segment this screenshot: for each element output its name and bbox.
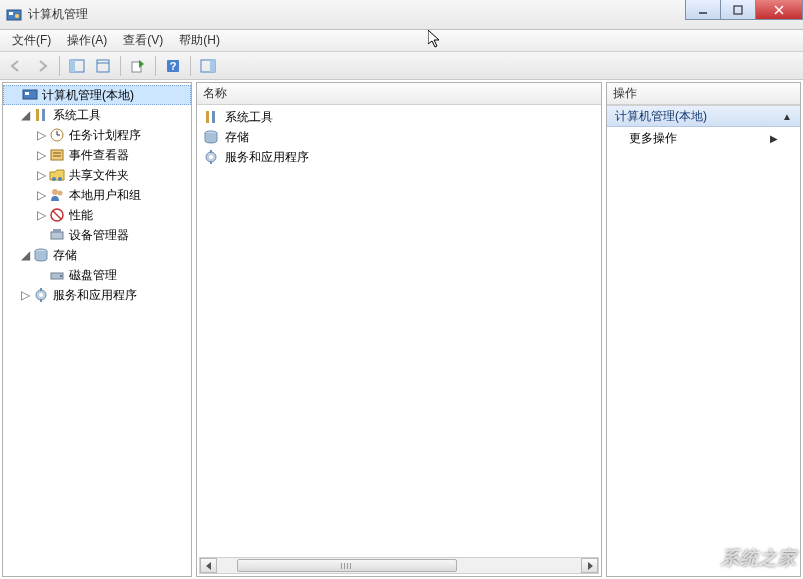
tree-node-task-scheduler[interactable]: ▷ 任务计划程序	[3, 125, 191, 145]
expander-open-icon[interactable]: ◢	[19, 249, 31, 261]
svg-rect-23	[51, 150, 63, 160]
menu-action[interactable]: 操作(A)	[59, 29, 115, 52]
list-item-label: 系统工具	[225, 109, 273, 126]
tree-label: 事件查看器	[69, 147, 129, 164]
tree-node-event-viewer[interactable]: ▷ 事件查看器	[3, 145, 191, 165]
actions-header-label: 操作	[613, 85, 637, 102]
submenu-arrow-icon: ▶	[770, 133, 778, 144]
tree-node-storage[interactable]: ◢ 存储	[3, 245, 191, 265]
menu-file[interactable]: 文件(F)	[4, 29, 59, 52]
tree-label: 设备管理器	[69, 227, 129, 244]
scroll-track[interactable]	[217, 558, 581, 573]
back-button[interactable]	[4, 54, 28, 78]
system-tools-icon	[33, 107, 49, 123]
list-view[interactable]: 系统工具 存储 服务和应用程序	[197, 105, 601, 576]
svg-point-2	[15, 14, 19, 18]
minimize-button[interactable]	[685, 0, 721, 20]
tree-label: 存储	[53, 247, 77, 264]
system-tools-icon	[203, 109, 219, 125]
body: 计算机管理(本地) ◢ 系统工具 ▷ 任务计划程序 ▷ 事件查看器	[0, 80, 803, 579]
close-button[interactable]	[755, 0, 803, 20]
svg-rect-15	[210, 60, 215, 72]
tree-label: 共享文件夹	[69, 167, 129, 184]
collapse-icon[interactable]: ▲	[782, 111, 792, 122]
tree-label: 本地用户和组	[69, 187, 141, 204]
expander-open-icon[interactable]: ◢	[19, 109, 31, 121]
svg-rect-18	[36, 109, 39, 121]
show-hide-tree-button[interactable]	[65, 54, 89, 78]
expander-closed-icon[interactable]: ▷	[19, 289, 31, 301]
scroll-right-button[interactable]	[581, 558, 598, 573]
svg-point-28	[52, 189, 58, 195]
svg-rect-46	[210, 150, 212, 153]
toolbar-separator	[155, 56, 156, 76]
menu-view[interactable]: 查看(V)	[115, 29, 171, 52]
export-button[interactable]	[126, 54, 150, 78]
svg-rect-4	[734, 6, 742, 14]
svg-rect-39	[40, 288, 42, 291]
services-icon	[203, 149, 219, 165]
svg-point-45	[209, 155, 213, 159]
svg-rect-32	[51, 232, 63, 239]
expander-closed-icon[interactable]: ▷	[35, 209, 47, 221]
app-icon	[6, 7, 22, 23]
expander-closed-icon[interactable]: ▷	[35, 189, 47, 201]
tree-label: 性能	[69, 207, 93, 224]
performance-icon	[49, 207, 65, 223]
tree-label: 计算机管理(本地)	[42, 87, 134, 104]
tree-view[interactable]: 计算机管理(本地) ◢ 系统工具 ▷ 任务计划程序 ▷ 事件查看器	[3, 83, 191, 576]
tree-panel: 计算机管理(本地) ◢ 系统工具 ▷ 任务计划程序 ▷ 事件查看器	[2, 82, 192, 577]
tree-node-root[interactable]: 计算机管理(本地)	[3, 85, 191, 105]
shared-folders-icon	[49, 167, 65, 183]
maximize-button[interactable]	[720, 0, 756, 20]
menu-help[interactable]: 帮助(H)	[171, 29, 228, 52]
forward-button[interactable]	[30, 54, 54, 78]
help-button[interactable]: ?	[161, 54, 185, 78]
list-item-system-tools[interactable]: 系统工具	[197, 107, 601, 127]
toolbar-separator	[190, 56, 191, 76]
svg-rect-19	[42, 109, 45, 121]
actions-header: 操作	[607, 83, 800, 105]
services-icon	[33, 287, 49, 303]
tree-node-system-tools[interactable]: ◢ 系统工具	[3, 105, 191, 125]
svg-rect-33	[53, 229, 61, 232]
list-item-storage[interactable]: 存储	[197, 127, 601, 147]
device-manager-icon	[49, 227, 65, 243]
tree-node-device-manager[interactable]: ▷ 设备管理器	[3, 225, 191, 245]
actions-more-label: 更多操作	[629, 130, 677, 147]
svg-rect-8	[70, 60, 75, 72]
actions-more-item[interactable]: 更多操作 ▶	[607, 127, 800, 149]
expander-closed-icon[interactable]: ▷	[35, 169, 47, 181]
scroll-left-button[interactable]	[200, 558, 217, 573]
column-header-name[interactable]: 名称	[197, 83, 601, 105]
actions-body: 计算机管理(本地) ▲ 更多操作 ▶	[607, 105, 800, 576]
titlebar: 计算机管理	[0, 0, 803, 30]
actions-context-row[interactable]: 计算机管理(本地) ▲	[607, 105, 800, 127]
svg-rect-42	[212, 111, 215, 123]
center-panel: 名称 系统工具 存储 服务和应用程序	[196, 82, 602, 577]
svg-text:?: ?	[170, 60, 177, 72]
tree-node-local-users[interactable]: ▷ 本地用户和组	[3, 185, 191, 205]
scroll-thumb[interactable]	[237, 559, 457, 572]
svg-point-36	[60, 275, 62, 277]
tree-node-services-apps[interactable]: ▷ 服务和应用程序	[3, 285, 191, 305]
svg-rect-17	[25, 92, 29, 95]
tree-label: 系统工具	[53, 107, 101, 124]
window-controls	[686, 0, 803, 20]
tree-node-shared-folders[interactable]: ▷ 共享文件夹	[3, 165, 191, 185]
column-header-label: 名称	[203, 85, 227, 102]
svg-point-27	[58, 177, 62, 181]
window-title: 计算机管理	[28, 6, 797, 23]
tree-node-disk-management[interactable]: ▷ 磁盘管理	[3, 265, 191, 285]
svg-point-38	[39, 293, 43, 297]
svg-rect-40	[40, 299, 42, 302]
expander-closed-icon[interactable]: ▷	[35, 149, 47, 161]
expander-closed-icon[interactable]: ▷	[35, 129, 47, 141]
horizontal-scrollbar[interactable]	[199, 557, 599, 574]
disk-icon	[49, 267, 65, 283]
properties-button[interactable]	[91, 54, 115, 78]
show-hide-action-button[interactable]	[196, 54, 220, 78]
list-item-services-apps[interactable]: 服务和应用程序	[197, 147, 601, 167]
tree-node-performance[interactable]: ▷ 性能	[3, 205, 191, 225]
event-viewer-icon	[49, 147, 65, 163]
